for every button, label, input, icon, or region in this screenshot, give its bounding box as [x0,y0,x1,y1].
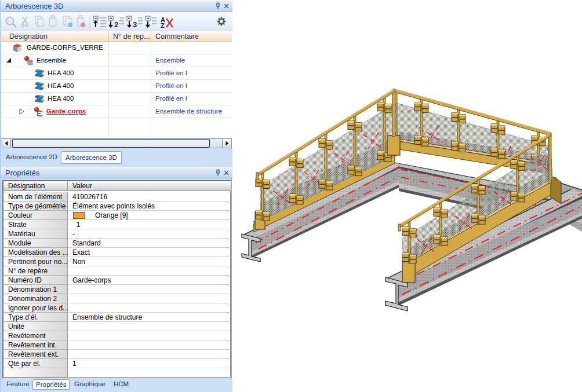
svg-text:3: 3 [133,20,137,29]
svg-text:Z: Z [161,22,165,29]
svg-text:2: 2 [114,20,118,29]
